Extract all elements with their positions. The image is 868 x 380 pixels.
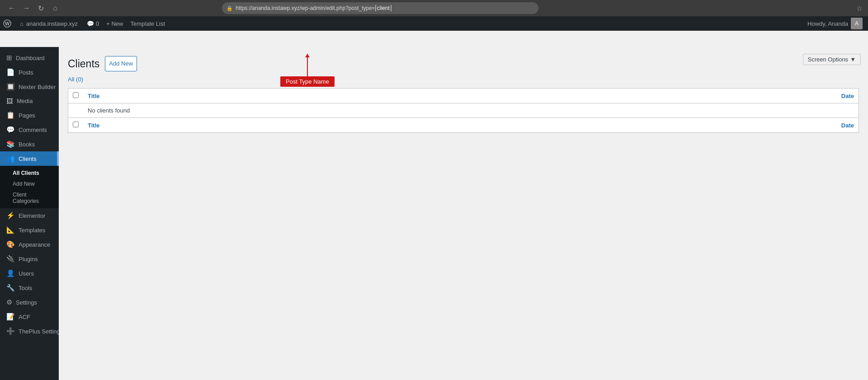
sidebar-label-theplus: ThePlus Settings: [19, 328, 63, 335]
sidebar-item-pages[interactable]: 📋 Pages: [0, 108, 59, 122]
address-bar-text: https://ananda.instawp.xyz/wp-admin/edit…: [236, 5, 534, 11]
tools-icon: 🔧: [6, 284, 15, 292]
sidebar-label-dashboard: Dashboard: [16, 55, 45, 61]
browser-chrome: ← → ↻ ⌂ 🔒 https://ananda.instawp.xyz/wp-…: [0, 0, 868, 16]
table-thead: Title Date: [68, 89, 859, 103]
site-link[interactable]: ⌂ ananda.instawp.xyz: [14, 16, 83, 31]
sidebar-item-comments[interactable]: 💬 Comments: [0, 122, 59, 137]
sidebar-label-elementor: Elementor: [19, 212, 45, 219]
sidebar-sub-all-clients[interactable]: All Clients: [0, 168, 59, 178]
forward-button[interactable]: →: [20, 2, 33, 14]
sidebar-label-plugins: Plugins: [19, 256, 38, 263]
select-all-footer-checkbox[interactable]: [73, 122, 79, 127]
clients-table: Title Date No clients found Title Date: [68, 88, 859, 133]
sidebar-item-theplus[interactable]: ➕ ThePlus Settings: [0, 324, 59, 338]
elementor-icon: ⚡: [6, 211, 15, 220]
plugins-icon: 🔌: [6, 255, 15, 263]
template-list-link[interactable]: Template List: [127, 16, 169, 31]
annotation-wrapper: Post Type Name: [280, 76, 335, 87]
sidebar-sub-client-categories[interactable]: Client Categories: [0, 189, 59, 206]
howdy-text: Howdy, Ananda: [807, 20, 848, 27]
sidebar-item-media[interactable]: 🖼 Media: [0, 94, 59, 108]
sidebar-label-comments: Comments: [19, 127, 47, 133]
sidebar-item-tools[interactable]: 🔧 Tools: [0, 281, 59, 295]
sidebar-label-media: Media: [17, 98, 33, 104]
screen-options-chevron-icon: ▼: [850, 56, 856, 63]
howdy-section[interactable]: Howdy, Ananda A: [807, 18, 863, 29]
refresh-button[interactable]: ↻: [34, 2, 47, 14]
comment-icon: 💬: [87, 20, 94, 27]
template-list-label: Template List: [131, 20, 165, 27]
date-column-footer[interactable]: Date: [462, 118, 859, 133]
post-type-annotation: Post Type Name: [280, 76, 335, 87]
posts-icon: 📄: [6, 68, 15, 76]
select-all-header: [68, 89, 84, 103]
comment-count: 0: [96, 20, 99, 27]
sidebar-label-users: Users: [19, 270, 34, 277]
sidebar-label-tools: Tools: [19, 285, 32, 291]
wp-layout: ⊞ Dashboard 📄 Posts 🔲 Nexter Builder 🖼 M…: [0, 47, 868, 380]
sidebar-item-appearance[interactable]: 🎨 Appearance: [0, 237, 59, 252]
media-icon: 🖼: [6, 97, 13, 105]
back-button[interactable]: ←: [5, 2, 18, 14]
sidebar-label-settings: Settings: [16, 299, 37, 306]
sidebar-item-templates[interactable]: 📐 Templates: [0, 223, 59, 237]
no-items-message: No clients found: [83, 103, 859, 118]
all-filter-label: All: [68, 76, 74, 83]
date-column-header[interactable]: Date: [462, 89, 859, 103]
sidebar-sub-add-new[interactable]: Add New: [0, 178, 59, 189]
templates-icon: 📐: [6, 226, 15, 234]
comments-link[interactable]: 💬 0: [83, 16, 103, 31]
sidebar-item-elementor[interactable]: ⚡ Elementor: [0, 208, 59, 223]
sidebar-wrapper: ⊞ Dashboard 📄 Posts 🔲 Nexter Builder 🖼 M…: [0, 51, 59, 380]
admin-bar: W ⌂ ananda.instawp.xyz 💬 0 + New Templat…: [0, 16, 868, 31]
pages-icon: 📋: [6, 111, 15, 119]
title-column-header[interactable]: Title: [83, 89, 462, 103]
post-type-name-label: Post Type Name: [280, 76, 335, 87]
wp-logo[interactable]: W: [0, 16, 14, 31]
all-filter-count: (0): [76, 76, 83, 83]
screen-options-button[interactable]: Screen Options ▼: [803, 54, 861, 65]
sidebar-item-settings[interactable]: ⚙ Settings: [0, 295, 59, 310]
sidebar: ⊞ Dashboard 📄 Posts 🔲 Nexter Builder 🖼 M…: [0, 47, 59, 380]
site-name: ananda.instawp.xyz: [26, 20, 78, 27]
sidebar-spacer: [0, 338, 59, 380]
no-items-row: No clients found: [68, 103, 859, 118]
new-label: + New: [106, 20, 123, 27]
sidebar-item-dashboard[interactable]: ⊞ Dashboard: [0, 51, 59, 65]
sidebar-item-users[interactable]: 👤 Users: [0, 266, 59, 281]
address-bar[interactable]: 🔒 https://ananda.instawp.xyz/wp-admin/ed…: [222, 2, 538, 14]
all-clients-label: All Clients: [13, 170, 39, 176]
client-categories-label: Client Categories: [13, 192, 54, 204]
sidebar-label-pages: Pages: [19, 112, 35, 119]
table-header-row: Title Date: [68, 89, 859, 103]
add-new-sub-label: Add New: [13, 181, 35, 187]
table-footer-row: Title Date: [68, 118, 859, 133]
sidebar-item-books[interactable]: 📚 Books: [0, 137, 59, 151]
home-button[interactable]: ⌂: [49, 2, 61, 14]
title-column-footer[interactable]: Title: [83, 118, 462, 133]
sidebar-label-acf: ACF: [19, 314, 30, 320]
sidebar-label-nexter-builder: Nexter Builder: [19, 84, 56, 90]
url-prefix: https://ananda.instawp.xyz/wp-admin/edit…: [236, 5, 375, 11]
bookmark-icon[interactable]: ☆: [856, 4, 863, 13]
sidebar-label-templates: Templates: [19, 227, 45, 234]
add-new-button[interactable]: Add New: [105, 56, 137, 71]
sidebar-item-nexter-builder[interactable]: 🔲 Nexter Builder: [0, 80, 59, 94]
annotation-arrow-line: [307, 54, 308, 76]
sidebar-label-appearance: Appearance: [19, 241, 50, 248]
new-content-link[interactable]: + New: [103, 16, 127, 31]
sidebar-item-posts[interactable]: 📄 Posts: [0, 65, 59, 80]
add-new-label: Add New: [109, 60, 133, 67]
all-filter-link[interactable]: All (0): [68, 76, 83, 83]
sidebar-item-clients[interactable]: 👥 Clients: [0, 151, 59, 166]
acf-icon: 📝: [6, 313, 15, 321]
dashboard-icon: ⊞: [6, 54, 12, 62]
admin-bar-right: Howdy, Ananda A: [807, 18, 868, 29]
page-title: Clients: [68, 58, 99, 70]
sidebar-item-plugins[interactable]: 🔌 Plugins: [0, 252, 59, 266]
clients-submenu: All Clients Add New Client Categories: [0, 166, 59, 208]
select-all-checkbox[interactable]: [73, 92, 79, 98]
sidebar-label-clients: Clients: [19, 155, 37, 162]
sidebar-item-acf[interactable]: 📝 ACF: [0, 310, 59, 324]
